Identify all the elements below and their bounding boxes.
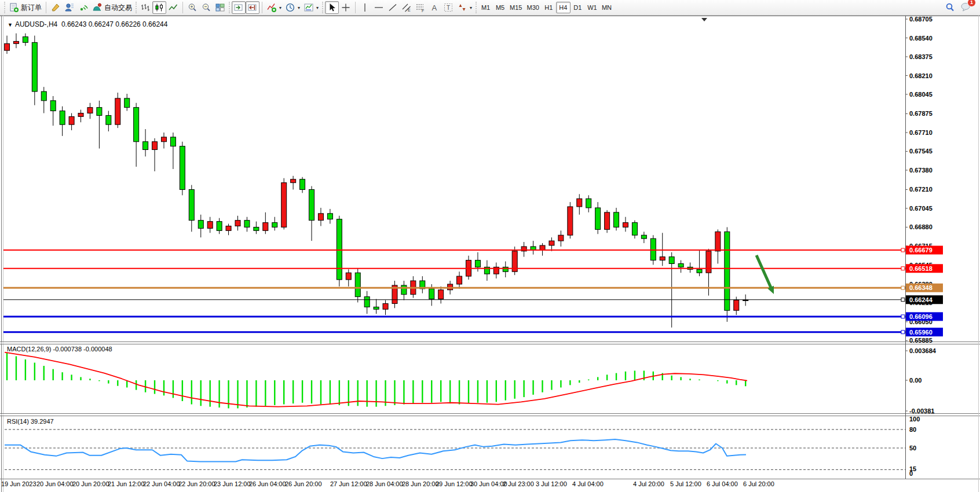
clock-icon [285, 2, 295, 13]
equidistant-channel-button[interactable]: E [400, 1, 414, 14]
horn-icon [50, 2, 61, 13]
chart-window: 0.687050.685400.683750.682100.680450.678… [0, 16, 980, 492]
time-axis: 19 Jun 202320 Jun 04:0020 Jun 20:0021 Ju… [1, 480, 774, 487]
chat-button[interactable]: 1 [960, 1, 972, 14]
svg-text:0.66679: 0.66679 [909, 247, 933, 254]
period-button-h1[interactable]: H1 [542, 2, 556, 13]
text-icon: A [429, 2, 440, 13]
svg-text:-0.00381: -0.00381 [909, 407, 934, 414]
svg-text:0.68375: 0.68375 [909, 53, 933, 60]
period-toolbar: M1M5M15M30H1H4D1W1MN [478, 2, 614, 13]
fibonacci-icon: F [415, 2, 426, 13]
period-button-h4[interactable]: H4 [556, 2, 571, 13]
zoom-out-button[interactable] [199, 1, 213, 14]
signals-button[interactable] [76, 1, 90, 14]
period-button-m1[interactable]: M1 [478, 2, 493, 13]
svg-text:30 Jun 04:00: 30 Jun 04:00 [470, 480, 507, 487]
bar-chart-button[interactable] [138, 1, 152, 14]
auto-trading-button[interactable]: 自动交易 [90, 1, 134, 14]
timeframes-button[interactable]: ▾ [283, 1, 302, 14]
new-order-button[interactable]: 新订单 [7, 1, 43, 14]
svg-text:23 Jun 12:00: 23 Jun 12:00 [214, 480, 251, 487]
arrows-button[interactable]: ▾ [455, 1, 474, 14]
zoom-out-icon [201, 2, 211, 13]
text-label-icon: T [443, 2, 454, 13]
toolbar-separator [46, 2, 46, 13]
chart-canvas[interactable]: 0.687050.685400.683750.682100.680450.678… [0, 16, 980, 492]
period-button-m30[interactable]: M30 [524, 2, 541, 13]
svg-text:0.00: 0.00 [909, 377, 922, 384]
svg-text:20 Jun 04:00: 20 Jun 04:00 [36, 480, 74, 487]
accounts-button[interactable] [63, 1, 76, 14]
template-icon [303, 2, 314, 13]
svg-text:0.68045: 0.68045 [909, 91, 933, 98]
tile-windows-button[interactable] [213, 1, 227, 14]
trendline-button[interactable] [386, 1, 400, 14]
zoom-in-icon [187, 2, 198, 13]
period-button-mn[interactable]: MN [599, 2, 614, 13]
person-icon [64, 2, 75, 13]
line-chart-button[interactable] [166, 1, 180, 14]
cursor-button[interactable] [325, 1, 339, 14]
toolbar-drag-handle [4, 2, 5, 13]
svg-text:0.68210: 0.68210 [909, 72, 933, 79]
auto-scroll-button[interactable] [232, 1, 246, 14]
signal-icon [78, 2, 89, 13]
period-button-m15[interactable]: M15 [507, 2, 524, 13]
text-label-button[interactable]: T [441, 1, 455, 14]
main-toolbar: 新订单 自动交易 ▾ ▾ [0, 0, 980, 16]
svg-text:4 Jul 20:00: 4 Jul 20:00 [633, 480, 664, 487]
svg-text:0.67045: 0.67045 [909, 205, 933, 212]
new-order-label: 新订单 [21, 3, 42, 13]
chevron-down-icon: ▾ [279, 5, 281, 10]
search-icon [945, 2, 955, 13]
horizontal-line-icon [374, 2, 384, 13]
svg-text:26 Jun 04:00: 26 Jun 04:00 [249, 480, 286, 487]
text-button[interactable]: A [427, 1, 441, 14]
period-button-d1[interactable]: D1 [571, 2, 585, 13]
vertical-line-button[interactable] [358, 1, 372, 14]
svg-text:100: 100 [909, 416, 920, 423]
candlestick-chart-button[interactable] [152, 1, 166, 14]
chevron-down-icon: ▾ [298, 5, 300, 10]
svg-text:0.67710: 0.67710 [909, 129, 933, 136]
svg-text:0.66244: 0.66244 [909, 296, 933, 303]
toolbar-separator [355, 2, 356, 13]
svg-text:27 Jun 12:00: 27 Jun 12:00 [330, 480, 367, 487]
line-chart-icon [168, 2, 178, 13]
svg-text:6 Jul 20:00: 6 Jul 20:00 [743, 480, 774, 487]
toolbar-right: 1 [943, 1, 978, 14]
cursor-icon [327, 2, 337, 13]
crosshair-icon [341, 2, 351, 13]
indicators-button[interactable]: ▾ [265, 1, 283, 14]
svg-text:0.67210: 0.67210 [909, 186, 933, 193]
templates-button[interactable]: ▾ [302, 1, 320, 14]
crosshair-button[interactable] [339, 1, 353, 14]
search-button[interactable] [943, 1, 957, 14]
svg-text:E: E [408, 8, 411, 12]
period-button-m5[interactable]: M5 [493, 2, 507, 13]
svg-text:0.66348: 0.66348 [909, 284, 933, 291]
channel-icon: E [401, 2, 412, 13]
horizontal-line-button[interactable] [372, 1, 386, 14]
arrows-icon [457, 2, 467, 13]
svg-text:19 Jun 2023: 19 Jun 2023 [1, 480, 36, 487]
trendline-icon [387, 2, 398, 13]
period-button-w1[interactable]: W1 [585, 2, 599, 13]
toolbar-drag-handle [136, 2, 137, 13]
auto-trading-icon [92, 2, 103, 13]
chart-shift-button[interactable] [246, 1, 259, 14]
svg-text:F: F [422, 9, 424, 13]
news-button[interactable] [49, 1, 63, 14]
svg-text:21 Jun 12:00: 21 Jun 12:00 [108, 480, 145, 487]
svg-text:29 Jun 12:00: 29 Jun 12:00 [436, 480, 473, 487]
bar-chart-icon [140, 2, 151, 13]
svg-text:20 Jun 20:00: 20 Jun 20:00 [72, 480, 109, 487]
svg-text:3 Jul 12:00: 3 Jul 12:00 [536, 480, 567, 487]
auto-trading-label: 自动交易 [104, 3, 132, 13]
chevron-down-icon: ▾ [316, 5, 319, 10]
svg-text:22 Jun 20:00: 22 Jun 20:00 [178, 480, 215, 487]
toolbar-drag-handle [322, 2, 323, 13]
fibonacci-button[interactable]: F [414, 1, 427, 14]
zoom-in-button[interactable] [185, 1, 199, 14]
